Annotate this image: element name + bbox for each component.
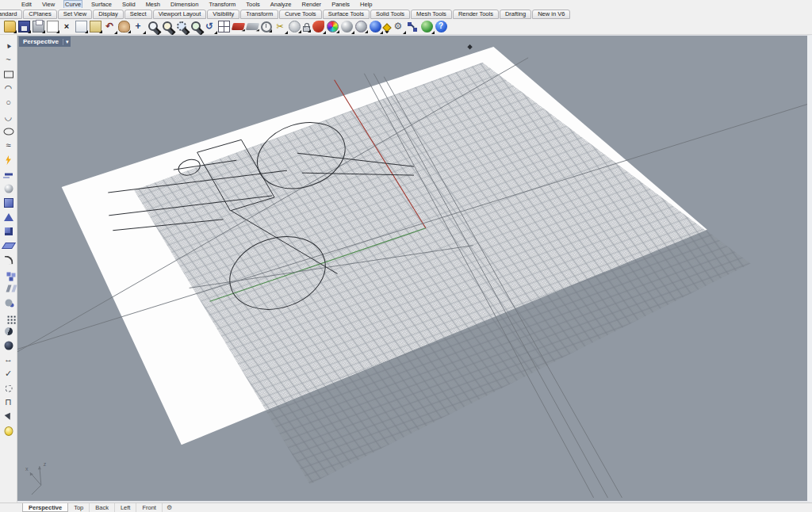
menu-tools[interactable]: Tools — [245, 1, 261, 8]
tab-cplanes[interactable]: CPlanes — [23, 10, 56, 19]
tab-drafting[interactable]: Drafting — [500, 10, 531, 19]
dimension-tool-icon[interactable]: ↔ — [2, 353, 16, 366]
menu-panels[interactable]: Panels — [331, 1, 350, 8]
help-icon[interactable]: ? — [435, 21, 447, 32]
viewport-title[interactable]: Perspective ▾ — [19, 36, 71, 47]
menu-view[interactable]: View — [41, 1, 56, 8]
paste-icon[interactable] — [90, 21, 102, 32]
color-wheel-icon[interactable] — [327, 21, 339, 32]
viewport-tab-bar: Perspective Top Back Left Front ⚙ — [0, 502, 812, 512]
hide-icon[interactable] — [245, 23, 259, 30]
menu-dimension[interactable]: Dimension — [170, 1, 199, 8]
ghosted-sphere-icon[interactable] — [355, 21, 367, 32]
lock-icon[interactable] — [303, 26, 310, 32]
axis-x-label: x — [25, 466, 29, 472]
menu-solid[interactable]: Solid — [121, 1, 136, 8]
tab-render-tools[interactable]: Render Tools — [453, 10, 499, 19]
tab-curve-tools[interactable]: Curve Tools — [279, 10, 321, 19]
fillet-curve-icon[interactable] — [2, 254, 16, 266]
tab-standard-partial[interactable]: andard — [0, 10, 22, 19]
cursor-widget-icon[interactable] — [2, 411, 16, 423]
new-file-icon[interactable] — [47, 21, 59, 32]
undo-icon[interactable]: ↶ — [104, 21, 116, 32]
shaded-view-icon[interactable] — [312, 21, 324, 32]
rendered-sphere-icon[interactable] — [370, 21, 381, 32]
boolean-union-icon[interactable] — [2, 296, 16, 309]
interpolate-curve-icon[interactable]: ◠ — [2, 82, 16, 95]
lightbulb-icon[interactable] — [2, 425, 16, 437]
plane-tool-icon[interactable] — [2, 239, 16, 252]
arc-tool-icon[interactable]: ◡ — [2, 111, 16, 124]
viewport-tab-back[interactable]: Back — [90, 503, 115, 512]
options-gears-icon[interactable]: ⚙ — [393, 21, 404, 32]
menu-curve[interactable]: Curve — [64, 1, 82, 8]
open-file-icon[interactable] — [4, 21, 16, 32]
viewport-layout-icon[interactable] — [218, 21, 230, 32]
menu-surface[interactable]: Surface — [90, 1, 113, 8]
surface-tool-icon[interactable] — [2, 197, 16, 209]
link-curves-icon[interactable] — [407, 21, 419, 32]
viewport-tab-perspective[interactable]: Perspective — [22, 503, 68, 512]
rotate-view-icon[interactable]: ↺ — [204, 21, 216, 32]
explode-icon[interactable] — [2, 154, 16, 166]
tab-solid-tools[interactable]: Solid Tools — [370, 10, 410, 19]
zoom-window-icon[interactable] — [175, 21, 187, 32]
viewport-title-dropdown-icon[interactable]: ▾ — [63, 39, 71, 45]
tab-visibility[interactable]: Visibility — [207, 10, 239, 19]
viewport-tab-left[interactable]: Left — [115, 503, 137, 512]
menu-analyze[interactable]: Analyze — [270, 1, 293, 8]
zoom-in-icon[interactable] — [147, 21, 159, 32]
menu-render[interactable]: Render — [301, 1, 323, 8]
block-instances-icon[interactable] — [2, 268, 16, 281]
save-file-icon[interactable] — [18, 21, 30, 32]
menu-help[interactable]: Help — [359, 1, 373, 8]
menu-mesh[interactable]: Mesh — [145, 1, 161, 8]
tab-select[interactable]: Select — [124, 10, 152, 19]
perspective-viewport[interactable]: Perspective ▾ — [17, 35, 812, 502]
menu-transform[interactable]: Transform — [208, 1, 236, 8]
render-sphere-icon[interactable] — [2, 339, 16, 352]
offset-curve-icon[interactable]: ≈ — [2, 139, 16, 152]
viewport-tab-gear-icon[interactable]: ⚙ — [163, 503, 176, 512]
boundary-tool-icon[interactable]: ⊓ — [2, 396, 16, 409]
zoom-selected-dashed-icon[interactable] — [2, 382, 16, 395]
box-tool-icon[interactable] — [2, 225, 16, 238]
copy-icon[interactable] — [75, 21, 87, 32]
tab-new-in-v6[interactable]: New in V6 — [532, 10, 570, 19]
perspective-viewport-canvas[interactable]: x z — [17, 36, 807, 501]
hammer-tool-icon[interactable] — [2, 168, 16, 181]
lamp-icon[interactable] — [289, 21, 301, 32]
rectangular-array-icon[interactable] — [2, 311, 16, 323]
polyline-icon[interactable] — [2, 68, 16, 81]
pyramid-tool-icon[interactable] — [2, 211, 16, 224]
cut-icon[interactable]: × — [61, 21, 73, 32]
tab-viewport-layout[interactable]: Viewport Layout — [153, 10, 207, 19]
print-icon[interactable] — [33, 21, 44, 32]
pan-hand-icon[interactable] — [118, 21, 130, 32]
tab-mesh-tools[interactable]: Mesh Tools — [411, 10, 452, 19]
history-clock-icon[interactable] — [261, 21, 272, 32]
tab-transform[interactable]: Transform — [240, 10, 278, 19]
tab-set-view[interactable]: Set View — [58, 10, 92, 19]
boolean-difference-icon[interactable] — [2, 325, 16, 338]
shade-sphere-icon[interactable] — [341, 21, 353, 32]
mirror-tool-icon[interactable] — [2, 282, 16, 295]
trim-scissors-icon[interactable]: ✂ — [274, 21, 286, 32]
gumball-icon[interactable] — [382, 23, 391, 32]
ellipse-tool-icon[interactable] — [2, 125, 16, 138]
web-globe-icon[interactable] — [421, 21, 433, 32]
select-pointer-icon[interactable]: ▲ — [2, 40, 16, 52]
delete-icon[interactable] — [231, 23, 244, 30]
zoom-dynamic-icon[interactable] — [161, 21, 173, 32]
check-objects-icon[interactable]: ✓ — [2, 368, 16, 380]
tab-display[interactable]: Display — [93, 10, 124, 19]
control-point-curve-icon[interactable]: ~ — [2, 54, 16, 67]
viewport-tab-top[interactable]: Top — [68, 503, 90, 512]
sphere-tool-icon[interactable] — [2, 182, 16, 195]
circle-tool-icon[interactable]: ○ — [2, 97, 16, 109]
zoom-selected-icon[interactable] — [190, 21, 201, 32]
tab-surface-tools[interactable]: Surface Tools — [323, 10, 370, 19]
move-icon[interactable]: + — [132, 21, 144, 32]
viewport-tab-front[interactable]: Front — [136, 503, 163, 512]
menu-edit[interactable]: Edit — [21, 1, 33, 8]
